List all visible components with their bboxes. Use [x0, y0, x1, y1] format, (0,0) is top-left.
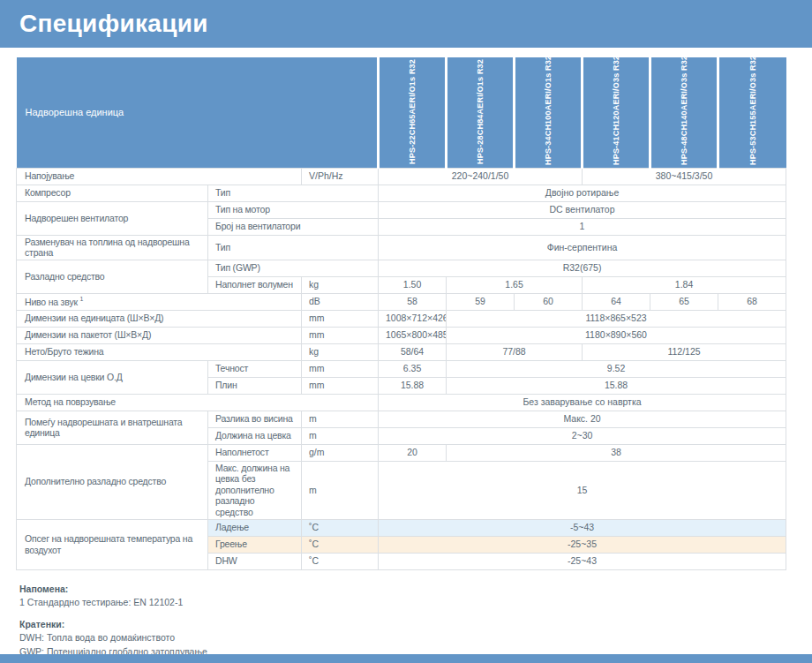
page-title-bar: Спецификации	[0, 0, 812, 48]
row-heat-exchanger: Разменувач на топлина од надворешна стра…	[17, 235, 786, 260]
abbreviations-heading: Кратенки:	[19, 618, 812, 631]
cell-value: 77/88	[447, 343, 583, 360]
row-unit: kg	[302, 276, 379, 293]
row-unit: ˚C	[302, 553, 379, 569]
cell-value: R32(675)	[379, 260, 786, 276]
row-additional-charge: Дополнително разладно средство Наполнето…	[17, 444, 786, 461]
row-label: Дополнително разладно средство	[17, 444, 208, 519]
note-line: 1 Стандардно тестирање: EN 12102-1	[19, 596, 812, 609]
row-label: Разменувач на топлина од надворешна стра…	[17, 235, 208, 260]
cell-value: 1.65	[447, 276, 583, 293]
row-sound-level: Ниво на звук 1 dB 58 59 60 64 65 68	[17, 293, 786, 310]
row-sublabel: Број на вентилатори	[208, 218, 379, 235]
row-label: Димензии на пакетот (Ш×В×Д)	[17, 327, 302, 343]
row-unit: mm	[302, 327, 379, 343]
row-label: Ниво на звук 1	[17, 293, 302, 310]
cell-value: 380~415/3/50	[583, 168, 786, 185]
cell-value: 1008×712×426	[379, 310, 447, 327]
row-sublabel: Плин	[208, 377, 302, 394]
note-heading: Напомена:	[19, 583, 812, 596]
row-sublabel: Наполнетост	[208, 444, 302, 461]
row-connection-method: Метод на поврзување Без заварување со на…	[17, 394, 786, 411]
row-sublabel: Греење	[208, 536, 302, 553]
footer-accent-bar	[0, 654, 812, 663]
spec-table-container: Надворешна единица HPS-22CH65AERI/O1s R3…	[16, 57, 812, 570]
cell-value: Двојно ротирање	[379, 185, 786, 201]
row-unit: mm	[302, 377, 379, 394]
model-column-header: HPS-22CH65AERI/O1s R32	[379, 57, 447, 168]
row-unit: m	[302, 427, 379, 444]
cell-value: 1118×865×523	[447, 310, 786, 327]
row-sublabel: Течност	[208, 360, 302, 377]
row-unit: dB	[302, 293, 379, 310]
row-sublabel: Ладење	[208, 519, 302, 536]
row-label: Метод на поврзување	[17, 394, 379, 411]
row-unit: m	[302, 411, 379, 427]
row-label: Надворешен вентилатор	[17, 201, 208, 235]
cell-value: 58/64	[379, 343, 447, 360]
row-label: Опсег на надворешната температура на воз…	[17, 519, 208, 569]
cell-value: 20	[379, 444, 447, 461]
row-compressor: Компресор Тип Двојно ротирање	[17, 185, 786, 201]
footnote-marker: 1	[80, 296, 84, 302]
row-unit: ˚C	[302, 519, 379, 536]
row-sublabel: Тип на мотор	[208, 201, 379, 218]
row-unit: kg	[302, 343, 379, 360]
row-sublabel: Макс. должина на цевка без дополнително …	[208, 461, 302, 519]
cell-value: Макс. 20	[379, 411, 786, 427]
abbreviation-line: DWH: Топла вода во домаќинството	[19, 631, 812, 644]
model-name: HPS-48CH140AERI/O3s R32	[680, 58, 688, 165]
model-name: HPS-34CH100AERI/O1s R32	[544, 58, 553, 165]
row-sublabel: Тип	[208, 235, 379, 260]
cell-value: Без заварување со навртка	[379, 394, 786, 411]
cell-value: 64	[583, 293, 650, 310]
row-sublabel: Тип (GWP)	[208, 260, 379, 276]
row-height-difference: Помеѓу надворешната и внатрешната единиц…	[17, 411, 786, 427]
cell-value: 2~30	[379, 427, 786, 444]
cell-value: 15.88	[379, 377, 447, 394]
cell-value: 112/125	[583, 343, 786, 360]
cell-value: 1180×890×560	[447, 327, 786, 343]
cell-value: -25~35	[379, 536, 786, 553]
cell-value: 59	[447, 293, 515, 310]
row-unit: V/Ph/Hz	[302, 168, 379, 185]
cell-value: 1.84	[583, 276, 786, 293]
cell-value: -25~43	[379, 553, 786, 569]
row-unit: mm	[302, 360, 379, 377]
row-fan-motor: Надворешен вентилатор Тип на мотор DC ве…	[17, 201, 786, 218]
cell-value: 65	[650, 293, 718, 310]
row-unit: mm	[302, 310, 379, 327]
row-unit: m	[302, 461, 379, 519]
model-column-header: HPS-48CH140AERI/O3s R32	[650, 57, 718, 168]
table-header-row: Надворешна единица HPS-22CH65AERI/O1s R3…	[17, 57, 786, 168]
row-refrigerant-type: Разладно средство Тип (GWP) R32(675)	[17, 260, 786, 276]
cell-value: 220~240/1/50	[379, 168, 583, 185]
row-label: Разладно средство	[17, 260, 208, 293]
cell-value: 68	[718, 293, 786, 310]
model-name: HPS-22CH65AERI/O1s R32	[408, 59, 417, 164]
row-label: Димензии на единицата (Ш×В×Д)	[17, 310, 302, 327]
footnotes: Напомена: 1 Стандардно тестирање: EN 121…	[19, 583, 812, 659]
row-sublabel: Должина на цевка	[208, 427, 302, 444]
cell-value: 1.50	[379, 276, 447, 293]
cell-value: 15	[379, 461, 786, 519]
cell-value: 58	[379, 293, 447, 310]
row-pipe-liquid: Димензии на цевки О.Д Течност mm 6.35 9.…	[17, 360, 786, 377]
cell-value: 9.52	[447, 360, 786, 377]
spec-table: Надворешна единица HPS-22CH65AERI/O1s R3…	[16, 57, 786, 570]
notes-spacer	[19, 609, 812, 618]
model-column-header: HPS-53CH155AERI/O3s R32	[718, 57, 786, 168]
row-label: Нето/Бруто тежина	[17, 343, 302, 360]
row-unit: g/m	[302, 444, 379, 461]
model-name: HPS-41CH120AERI/O3s R32	[612, 58, 620, 165]
model-name: HPS-53CH155AERI/O3s R32	[748, 58, 757, 165]
cell-value: 1	[379, 218, 786, 235]
model-name: HPS-28CH84AERI/O1s R32	[476, 59, 485, 164]
row-temp-cooling: Опсег на надворешната температура на воз…	[17, 519, 786, 536]
model-column-header: HPS-34CH100AERI/O1s R32	[515, 57, 583, 168]
cell-value: Фин-серпентина	[379, 235, 786, 260]
row-package-dimensions: Димензии на пакетот (Ш×В×Д) mm 1065×800×…	[17, 327, 786, 343]
cell-value: 38	[447, 444, 786, 461]
cell-value: -5~43	[379, 519, 786, 536]
row-label: Компресор	[17, 185, 208, 201]
